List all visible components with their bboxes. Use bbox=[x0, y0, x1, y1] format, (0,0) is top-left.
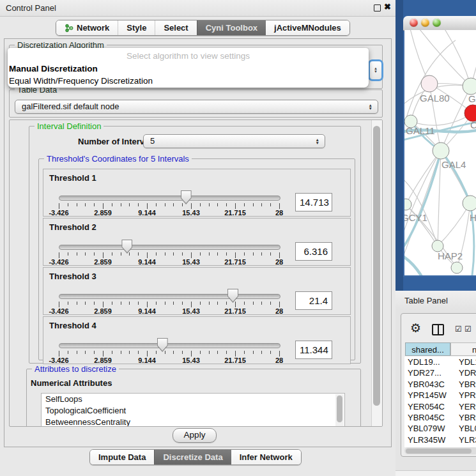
tab-discretize-data[interactable]: Discretize Data bbox=[154, 450, 231, 464]
column-header-shared-name[interactable]: shared... bbox=[405, 342, 450, 356]
network-edge-highlighted[interactable] bbox=[404, 255, 421, 275]
dropdown-option-equal-width-frequency[interactable]: Equal Width/Frequency Discretization bbox=[9, 75, 153, 87]
slider-track[interactable] bbox=[59, 294, 280, 299]
combobox-value: 5 bbox=[150, 136, 155, 146]
threshold-value-field[interactable]: 6.316 bbox=[295, 242, 332, 261]
tick-mark bbox=[59, 203, 59, 209]
table-row[interactable]: YDR27...YDR2 bbox=[404, 367, 476, 378]
table-data-combobox[interactable]: galFiltered.sif default node ▲▼ bbox=[15, 100, 378, 114]
tick-mark bbox=[94, 252, 95, 256]
slider-thumb[interactable] bbox=[157, 338, 168, 352]
network-node-h[interactable] bbox=[463, 196, 476, 211]
network-node-gal80[interactable] bbox=[421, 75, 438, 92]
network-edge[interactable] bbox=[404, 151, 441, 241]
network-window-titlebar[interactable] bbox=[403, 16, 476, 31]
attribute-list-item[interactable]: TopologicalCoefficient bbox=[42, 405, 344, 417]
tab-select[interactable]: Select bbox=[155, 20, 196, 35]
tick-mark bbox=[138, 252, 139, 256]
close-icon[interactable]: ✖ bbox=[384, 2, 391, 12]
scrollbar-thumb[interactable] bbox=[373, 126, 380, 406]
node-table-rows: YDL19...YDL1YDR27...YDR2YBR043CYBR0YPR14… bbox=[404, 357, 476, 447]
tab-label: Discretize Data bbox=[163, 452, 222, 462]
tab-style[interactable]: Style bbox=[118, 20, 155, 35]
algorithm-combobox-stepper[interactable]: ▲▼ bbox=[368, 59, 383, 81]
cell-name: YLR3 bbox=[459, 434, 476, 445]
tick-mark bbox=[68, 203, 68, 206]
threshold-value-field[interactable]: 14.713 bbox=[295, 193, 332, 211]
traffic-light-zoom-icon[interactable] bbox=[433, 19, 441, 27]
tab-cyni-toolbox[interactable]: Cyni Toolbox bbox=[197, 20, 266, 35]
threshold-value-field[interactable]: 11.344 bbox=[295, 341, 332, 359]
tick-label: 2.859 bbox=[94, 209, 112, 217]
apply-button[interactable]: Apply bbox=[173, 428, 217, 443]
tick-mark bbox=[59, 252, 59, 258]
column-header-name[interactable]: n bbox=[450, 342, 476, 356]
tick-mark bbox=[94, 302, 95, 305]
threshold-value-field[interactable]: 21.4 bbox=[295, 291, 332, 310]
table-row[interactable]: YPR145WYPR1 bbox=[404, 390, 476, 401]
numerical-attributes-list[interactable]: SelfLoopsTopologicalCoefficientBetweenne… bbox=[41, 393, 345, 427]
tick-label: -3.426 bbox=[49, 307, 68, 315]
tick-mark bbox=[156, 203, 157, 206]
tab-label: Network bbox=[77, 23, 109, 33]
tab-network[interactable]: Network bbox=[56, 20, 118, 35]
network-node[interactable] bbox=[451, 262, 463, 273]
list-scrollbar[interactable] bbox=[335, 394, 344, 427]
tick-mark bbox=[226, 203, 227, 206]
status-strip bbox=[395, 470, 476, 476]
chevron-updown-icon: ▲▼ bbox=[316, 138, 319, 144]
attribute-list-item[interactable]: BetweennessCentrality bbox=[42, 417, 344, 427]
tick-mark bbox=[217, 203, 218, 206]
table-row[interactable]: YBL079WYBL0 bbox=[404, 423, 476, 434]
tick-mark bbox=[59, 302, 59, 307]
split-view-icon[interactable] bbox=[432, 324, 444, 335]
table-row[interactable]: YBR045CYBR0 bbox=[404, 412, 476, 423]
scrollbar-thumb[interactable] bbox=[337, 395, 342, 422]
slider-track[interactable] bbox=[59, 196, 280, 201]
chevron-updown-icon: ▲▼ bbox=[374, 67, 378, 73]
tick-mark bbox=[279, 203, 280, 209]
network-node-gcy1[interactable] bbox=[404, 199, 411, 210]
network-node-label: GAL80 bbox=[420, 93, 450, 104]
table-row[interactable]: YER054CYER0 bbox=[404, 401, 476, 412]
tick-mark bbox=[226, 351, 227, 354]
number-of-intervals-combobox[interactable]: 5 ▲▼ bbox=[143, 134, 325, 148]
tab-impute-data[interactable]: Impute Data bbox=[90, 450, 154, 464]
network-canvas[interactable]: GAL80GALCGAL11GAL4GCY1HHAP2 bbox=[404, 30, 476, 275]
attribute-list-item[interactable]: SelfLoops bbox=[42, 394, 344, 405]
tab-infer-network[interactable]: Infer Network bbox=[231, 450, 301, 464]
dropdown-option-manual-discretization[interactable]: Manual Discretization bbox=[9, 63, 98, 75]
network-edge[interactable] bbox=[411, 113, 473, 125]
network-edge[interactable] bbox=[438, 203, 470, 246]
cell-name: YBL0 bbox=[459, 423, 476, 434]
slider-thumb[interactable] bbox=[227, 289, 238, 303]
tick-mark bbox=[147, 351, 148, 357]
slider-track[interactable] bbox=[59, 343, 280, 348]
network-node-gal4[interactable] bbox=[433, 142, 449, 159]
traffic-light-minimize-icon[interactable] bbox=[421, 19, 429, 27]
checkbox-icon[interactable]: ☑ bbox=[464, 325, 472, 334]
network-edge[interactable] bbox=[406, 151, 441, 204]
traffic-light-close-icon[interactable] bbox=[410, 19, 418, 27]
table-row[interactable]: YLR345WYLR3 bbox=[404, 434, 476, 445]
slider-thumb[interactable] bbox=[181, 190, 192, 204]
network-node-gal[interactable] bbox=[463, 78, 476, 95]
threshold-label: Threshold 3 bbox=[49, 272, 96, 281]
network-edge[interactable] bbox=[443, 30, 471, 86]
tick-label: 28 bbox=[275, 307, 283, 315]
slider-track[interactable] bbox=[59, 245, 280, 250]
slider-thumb[interactable] bbox=[121, 240, 132, 254]
table-row[interactable]: YBR043CYBR0 bbox=[404, 379, 476, 390]
gear-icon[interactable]: ⚙ bbox=[410, 322, 421, 334]
group-label: Attributes to discretize bbox=[32, 364, 119, 374]
tab-jactivemnodules[interactable]: jActiveMNodules bbox=[266, 20, 349, 35]
table-row[interactable]: YDL19...YDL1 bbox=[404, 357, 476, 367]
scrollbar-thumb[interactable] bbox=[406, 449, 472, 454]
thumb-face bbox=[158, 339, 167, 351]
horizontal-scrollbar[interactable] bbox=[404, 447, 476, 454]
tick-mark bbox=[129, 302, 130, 305]
tick-label: 15.43 bbox=[182, 357, 200, 364]
checkbox-icon[interactable]: ☑ bbox=[455, 325, 462, 334]
vertical-scrollbar[interactable] bbox=[371, 120, 382, 426]
float-window-icon[interactable] bbox=[374, 4, 381, 12]
